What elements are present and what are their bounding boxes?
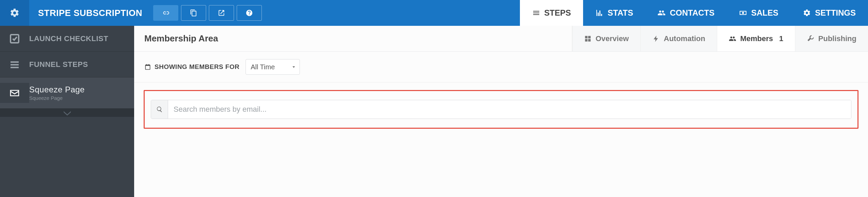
filter-label-text: SHOWING MEMBERS FOR xyxy=(155,63,239,71)
users-icon xyxy=(729,35,736,42)
tab-automation[interactable]: Automation xyxy=(640,26,717,51)
copy-icon xyxy=(190,9,197,17)
search-box xyxy=(151,100,851,119)
tab-publishing-label: Publishing xyxy=(818,34,856,43)
date-range-select[interactable]: All Time xyxy=(246,59,300,75)
search-input[interactable] xyxy=(168,100,851,119)
sidebar-item-label: LAUNCH CHECKLIST xyxy=(29,34,108,43)
cash-icon xyxy=(739,9,747,17)
users-icon xyxy=(657,9,666,17)
tab-overview-label: Overview xyxy=(596,34,629,43)
topnav: STEPS STATS CONTACTS SALES SETTINGS xyxy=(520,0,868,26)
topnav-settings-label: SETTINGS xyxy=(815,8,856,18)
sidebar-icon-cell xyxy=(0,31,29,46)
tab-members-count: 1 xyxy=(779,34,783,43)
settings-gear-button[interactable] xyxy=(0,0,29,26)
sidebar-item-launch-checklist[interactable]: LAUNCH CHECKLIST xyxy=(0,26,134,52)
topnav-steps[interactable]: STEPS xyxy=(520,0,583,26)
sidebar-item-title: Squeeze Page xyxy=(29,85,85,94)
envelope-icon xyxy=(9,88,20,98)
tab-automation-label: Automation xyxy=(664,34,705,43)
svg-rect-1 xyxy=(11,61,19,62)
topnav-sales[interactable]: SALES xyxy=(727,0,791,26)
wrench-icon xyxy=(807,35,814,42)
link-icon xyxy=(162,9,169,17)
bolt-icon xyxy=(652,35,660,42)
topnav-steps-label: STEPS xyxy=(544,8,571,18)
sidebar-icon-cell xyxy=(0,83,29,103)
sidebar-item-label: FUNNEL STEPS xyxy=(29,60,88,69)
svg-rect-5 xyxy=(588,36,591,38)
content-tabs: Membership Area Overview Automation Memb… xyxy=(134,26,868,52)
search-addon xyxy=(151,100,168,119)
sidebar-item-subtitle: Squeeze Page xyxy=(29,95,85,101)
sidebar-item-funnel-steps[interactable]: FUNNEL STEPS xyxy=(0,52,134,77)
help-icon xyxy=(246,9,253,17)
gear-icon xyxy=(10,8,20,18)
topnav-contacts[interactable]: CONTACTS xyxy=(645,0,727,26)
main: LAUNCH CHECKLIST FUNNEL STEPS Squeeze Pa… xyxy=(0,26,868,197)
copy-button[interactable] xyxy=(181,5,206,21)
chart-icon xyxy=(595,9,603,17)
menu-icon xyxy=(9,59,20,70)
check-square-icon xyxy=(9,33,20,44)
grid-icon xyxy=(584,35,592,42)
topnav-sales-label: SALES xyxy=(751,8,778,18)
search-icon xyxy=(156,106,163,113)
tab-members[interactable]: Members 1 xyxy=(717,26,795,51)
topnav-contacts-label: CONTACTS xyxy=(670,8,715,18)
topbar-action-bar xyxy=(153,0,273,26)
tab-members-label: Members xyxy=(740,34,773,43)
svg-rect-4 xyxy=(585,36,587,38)
content-heading: Membership Area xyxy=(134,26,572,51)
chevron-down-icon xyxy=(62,110,72,116)
topnav-settings[interactable]: SETTINGS xyxy=(791,0,868,26)
svg-rect-3 xyxy=(11,67,19,68)
calendar-icon xyxy=(144,64,151,70)
sidebar-item-text: Squeeze Page Squeeze Page xyxy=(29,85,85,101)
topnav-stats-label: STATS xyxy=(608,8,633,18)
sidebar: LAUNCH CHECKLIST FUNNEL STEPS Squeeze Pa… xyxy=(0,26,134,197)
help-button[interactable] xyxy=(237,5,262,21)
open-external-button[interactable] xyxy=(209,5,234,21)
topnav-stats[interactable]: STATS xyxy=(583,0,645,26)
svg-rect-6 xyxy=(585,39,587,41)
menu-icon xyxy=(532,9,540,17)
svg-rect-2 xyxy=(11,64,19,65)
topbar: STRIPE SUBSCRIPTION STEPS STATS CONTACTS xyxy=(0,0,868,26)
filter-bar: SHOWING MEMBERS FOR All Time xyxy=(134,52,868,83)
tab-overview[interactable]: Overview xyxy=(572,26,640,51)
page-title: STRIPE SUBSCRIPTION xyxy=(29,0,153,26)
external-link-icon xyxy=(218,9,225,17)
tab-publishing[interactable]: Publishing xyxy=(795,26,868,51)
gear-icon xyxy=(803,9,811,17)
highlighted-search-area xyxy=(144,90,858,129)
link-button[interactable] xyxy=(153,5,178,21)
svg-rect-7 xyxy=(588,39,591,41)
content: Membership Area Overview Automation Memb… xyxy=(134,26,868,197)
sidebar-icon-cell xyxy=(0,57,29,72)
sidebar-item-squeeze-page[interactable]: Squeeze Page Squeeze Page xyxy=(0,77,134,109)
filter-label: SHOWING MEMBERS FOR xyxy=(144,63,239,71)
sidebar-collapse-toggle[interactable] xyxy=(0,109,134,117)
